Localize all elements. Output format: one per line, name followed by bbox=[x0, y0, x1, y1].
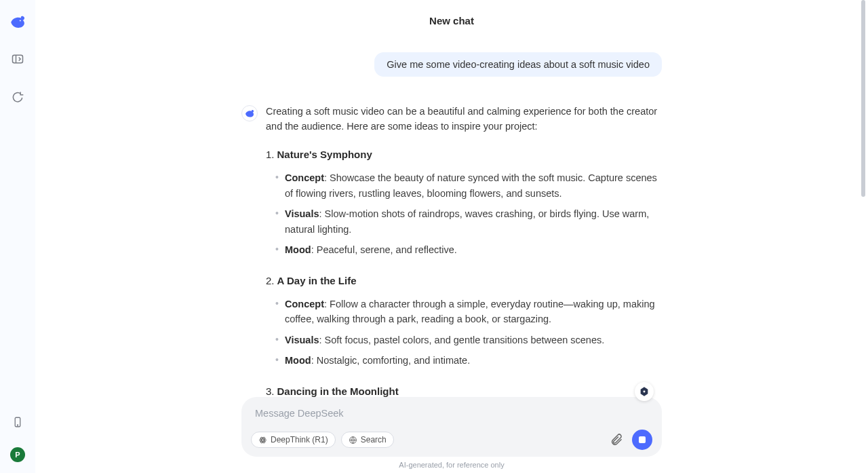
list-item: Mood: Nostalgic, comforting, and intimat… bbox=[273, 353, 662, 368]
section-list-1: Concept: Showcase the beauty of nature s… bbox=[273, 170, 662, 257]
list-item: Visuals: Soft focus, pastel colors, and … bbox=[273, 333, 662, 347]
scrollbar-thumb[interactable] bbox=[861, 0, 865, 197]
message-input[interactable] bbox=[251, 405, 652, 430]
user-avatar[interactable]: P bbox=[10, 447, 25, 462]
svg-rect-1 bbox=[13, 55, 23, 63]
user-message: Give me some video-creating ideas about … bbox=[374, 52, 662, 77]
chat-title: New chat bbox=[35, 0, 868, 26]
mobile-app-icon[interactable] bbox=[10, 415, 25, 430]
search-label: Search bbox=[361, 435, 387, 444]
list-item: Concept: Showcase the beauty of nature s… bbox=[273, 170, 662, 201]
main-area: New chat Give me some video-creating ide… bbox=[35, 0, 868, 473]
app-logo[interactable] bbox=[8, 12, 27, 31]
sidebar: P bbox=[0, 0, 35, 473]
search-toggle[interactable]: Search bbox=[341, 432, 394, 448]
stop-button[interactable] bbox=[632, 430, 652, 450]
new-chat-icon[interactable] bbox=[10, 90, 25, 105]
list-item: Mood: Peaceful, serene, and reflective. bbox=[273, 242, 662, 257]
section-list-2: Concept: Follow a character through a si… bbox=[273, 297, 662, 368]
attach-button[interactable] bbox=[608, 431, 625, 449]
svg-point-4 bbox=[644, 391, 646, 393]
svg-point-0 bbox=[20, 20, 21, 21]
list-item: Visuals: Slow-motion shots of raindrops,… bbox=[273, 206, 662, 237]
svg-point-5 bbox=[262, 439, 264, 441]
composer: DeepThink (R1) Search bbox=[241, 397, 662, 457]
ai-disclaimer: AI-generated, for reference only bbox=[399, 461, 504, 469]
list-item: Concept: Follow a character through a si… bbox=[273, 297, 662, 327]
assistant-intro: Creating a soft music video can be a bea… bbox=[266, 104, 662, 134]
collapse-sidebar-icon[interactable] bbox=[10, 52, 25, 67]
deepthink-toggle[interactable]: DeepThink (R1) bbox=[251, 432, 336, 448]
section-heading-1: 1.Nature's Symphony bbox=[266, 147, 662, 162]
deepthink-label: DeepThink (R1) bbox=[271, 435, 328, 444]
stop-icon bbox=[639, 436, 646, 443]
assistant-avatar-icon bbox=[241, 105, 258, 121]
section-heading-2: 2.A Day in the Life bbox=[266, 273, 662, 288]
composer-area: DeepThink (R1) Search bbox=[35, 397, 868, 473]
assistant-badge-icon[interactable] bbox=[635, 382, 654, 401]
svg-point-3 bbox=[17, 425, 18, 425]
